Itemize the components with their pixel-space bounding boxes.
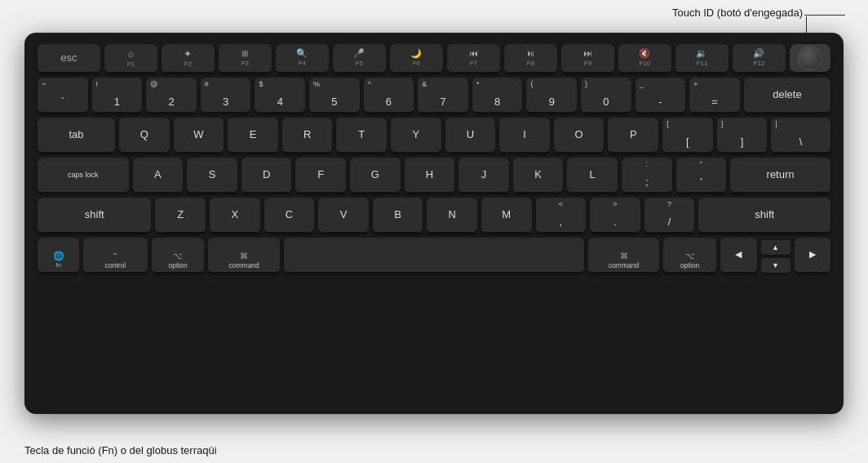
key-f10-label: F10: [640, 60, 651, 68]
annotation-fn: Tecla de funció (Fn) o del globus terraq…: [24, 444, 217, 456]
key-comma[interactable]: < ,: [536, 198, 587, 234]
key-j[interactable]: J: [458, 158, 509, 194]
key-f6[interactable]: 🌙 F6: [390, 44, 443, 73]
key-f7-label: F7: [470, 60, 477, 68]
key-backslash[interactable]: | \: [771, 118, 830, 154]
key-shift-left[interactable]: shift: [38, 198, 151, 234]
key-n[interactable]: N: [427, 198, 477, 234]
key-option-right[interactable]: ⌥ option: [663, 238, 716, 274]
key-2[interactable]: @ 2: [146, 78, 197, 114]
key-5[interactable]: % 5: [309, 78, 360, 114]
key-backtick[interactable]: ~ `: [38, 78, 88, 114]
key-fn[interactable]: 🌐 fn: [38, 238, 79, 274]
key-f4-label: F4: [299, 60, 306, 68]
key-f4[interactable]: 🔍 F4: [276, 44, 329, 73]
key-t[interactable]: T: [336, 118, 387, 154]
key-quote[interactable]: " ': [676, 158, 727, 194]
key-f10[interactable]: 🔇 F10: [618, 44, 671, 73]
key-3[interactable]: # 3: [201, 78, 251, 114]
key-x[interactable]: X: [210, 198, 260, 234]
key-u[interactable]: U: [445, 118, 496, 154]
key-f1[interactable]: ☼ F1: [104, 44, 157, 73]
key-option-right-label: option: [680, 261, 699, 269]
key-b[interactable]: B: [373, 198, 423, 234]
key-9[interactable]: ( 9: [526, 78, 577, 114]
key-i[interactable]: I: [499, 118, 550, 154]
key-arrow-right[interactable]: ▶: [795, 238, 830, 274]
key-f3[interactable]: ⊞ F3: [219, 44, 272, 73]
key-h[interactable]: H: [405, 158, 455, 194]
key-period[interactable]: > .: [590, 198, 640, 234]
key-return[interactable]: return: [730, 158, 830, 194]
key-tab[interactable]: tab: [38, 118, 115, 154]
key-close-bracket[interactable]: } ]: [717, 118, 768, 154]
key-control[interactable]: ⌃ control: [83, 238, 147, 274]
key-7[interactable]: & 7: [418, 78, 468, 114]
key-option-left[interactable]: ⌥ option: [152, 238, 205, 274]
key-arrow-down[interactable]: ▼: [761, 258, 790, 274]
key-1[interactable]: ! 1: [92, 78, 143, 114]
key-command-right[interactable]: ⌘ command: [588, 238, 659, 274]
key-s[interactable]: S: [187, 158, 237, 194]
key-touchid[interactable]: [790, 44, 830, 73]
key-equals[interactable]: + =: [689, 78, 740, 114]
touchid-circle: [798, 46, 822, 70]
key-f8-label: F8: [527, 60, 534, 68]
key-e[interactable]: E: [228, 118, 278, 154]
zxcv-row: shift Z X C V B N M < , > . ? / shift: [38, 198, 830, 234]
key-command-right-label: command: [609, 261, 639, 269]
key-f9[interactable]: ⏭ F9: [561, 44, 614, 73]
key-g[interactable]: G: [350, 158, 401, 194]
key-k[interactable]: K: [513, 158, 564, 194]
key-f12[interactable]: 🔊 F12: [733, 44, 786, 73]
key-capslock[interactable]: caps lock: [38, 158, 129, 194]
key-f6-label: F6: [413, 60, 420, 68]
key-8[interactable]: * 8: [472, 78, 523, 114]
key-open-bracket[interactable]: { [: [662, 118, 713, 154]
key-a[interactable]: A: [133, 158, 184, 194]
key-4[interactable]: $ 4: [255, 78, 305, 114]
key-f8[interactable]: ⏯ F8: [504, 44, 557, 73]
key-f2[interactable]: ✦ F2: [162, 44, 215, 73]
bottom-row: 🌐 fn ⌃ control ⌥ option ⌘ command ⌘ comm…: [38, 238, 830, 274]
key-f12-label: F12: [754, 60, 765, 68]
key-minus[interactable]: _ -: [636, 78, 686, 114]
key-d[interactable]: D: [241, 158, 292, 194]
key-delete[interactable]: delete: [744, 78, 830, 114]
key-z[interactable]: Z: [155, 198, 206, 234]
key-esc[interactable]: esc: [38, 44, 100, 73]
key-f[interactable]: F: [295, 158, 346, 194]
key-v[interactable]: V: [318, 198, 369, 234]
key-shift-right[interactable]: shift: [698, 198, 830, 234]
key-esc-label: esc: [60, 51, 77, 65]
key-0[interactable]: ) 0: [581, 78, 631, 114]
key-q[interactable]: Q: [119, 118, 170, 154]
globe-icon: 🌐: [53, 251, 64, 261]
key-c[interactable]: C: [264, 198, 315, 234]
key-f11-label: F11: [697, 60, 708, 68]
key-space[interactable]: [284, 238, 584, 274]
key-arrow-up[interactable]: ▲: [761, 240, 790, 256]
key-f2-label: F2: [184, 60, 192, 69]
key-l[interactable]: L: [567, 158, 618, 194]
key-f7[interactable]: ⏮ F7: [447, 44, 500, 73]
key-r[interactable]: R: [282, 118, 333, 154]
key-slash[interactable]: ? /: [644, 198, 695, 234]
key-y[interactable]: Y: [391, 118, 441, 154]
key-w[interactable]: W: [174, 118, 224, 154]
key-m[interactable]: M: [481, 198, 532, 234]
key-f1-label: F1: [127, 60, 135, 69]
key-arrow-left[interactable]: ◀: [720, 238, 756, 274]
key-6[interactable]: ^ 6: [364, 78, 414, 114]
key-p[interactable]: P: [608, 118, 658, 154]
key-command-left[interactable]: ⌘ command: [208, 238, 279, 274]
annotation-touchid: Touch ID (botó d'engegada): [672, 7, 803, 19]
key-f9-label: F9: [584, 60, 591, 68]
key-fn-label: fn: [55, 261, 61, 269]
key-o[interactable]: O: [554, 118, 604, 154]
key-f5[interactable]: 🎤 F5: [333, 44, 386, 73]
key-semicolon[interactable]: : ;: [622, 158, 672, 194]
qwerty-row: tab Q W E R T Y U I O P { [ } ] | \: [38, 118, 830, 154]
key-f11[interactable]: 🔉 F11: [675, 44, 728, 73]
key-f5-label: F5: [356, 60, 363, 68]
